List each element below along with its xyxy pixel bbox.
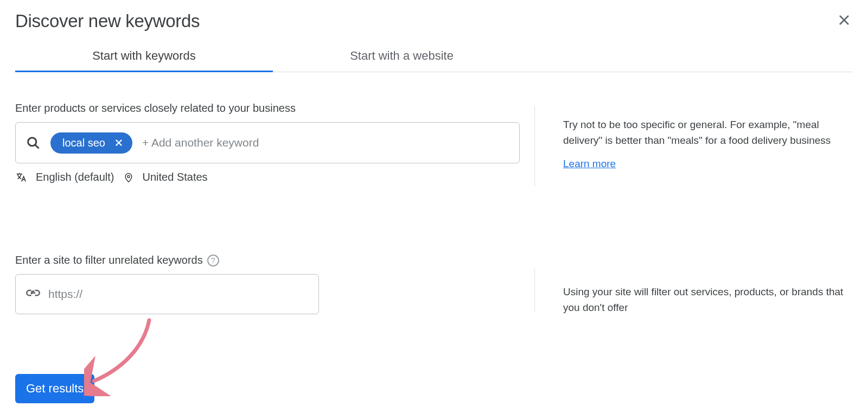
close-button[interactable] bbox=[835, 11, 853, 31]
learn-more-link[interactable]: Learn more bbox=[563, 158, 616, 170]
tab-keywords[interactable]: Start with keywords bbox=[15, 41, 273, 72]
location-pin-icon bbox=[123, 172, 134, 183]
location-selector[interactable]: United States bbox=[143, 171, 208, 183]
add-keyword-placeholder[interactable]: + Add another keyword bbox=[142, 136, 259, 149]
site-help-text: Using your site will filter out services… bbox=[563, 284, 853, 315]
get-results-button[interactable]: Get results bbox=[15, 374, 94, 403]
language-icon bbox=[15, 172, 27, 183]
keyword-chip[interactable]: local seo bbox=[50, 132, 132, 154]
search-icon bbox=[25, 135, 41, 150]
link-icon bbox=[25, 287, 41, 302]
tab-website[interactable]: Start with a website bbox=[273, 41, 531, 72]
tabs: Start with keywords Start with a website bbox=[15, 41, 853, 72]
svg-line-1 bbox=[35, 145, 39, 148]
help-icon[interactable]: ? bbox=[207, 255, 219, 266]
remove-chip-button[interactable] bbox=[113, 137, 125, 149]
language-selector[interactable]: English (default) bbox=[36, 171, 114, 183]
site-url-input[interactable] bbox=[48, 288, 309, 301]
page-title: Discover new keywords bbox=[15, 11, 200, 31]
svg-point-2 bbox=[127, 175, 129, 177]
keyword-help-text: Try not to be too specific or general. F… bbox=[563, 117, 853, 148]
close-icon bbox=[114, 138, 124, 148]
keyword-chip-label: local seo bbox=[62, 137, 105, 149]
site-field-label: Enter a site to filter unrelated keyword… bbox=[15, 254, 203, 266]
keyword-input-container[interactable]: local seo + Add another keyword bbox=[15, 122, 520, 163]
site-input-container[interactable] bbox=[15, 274, 319, 314]
close-icon bbox=[838, 14, 851, 27]
svg-point-0 bbox=[28, 138, 36, 146]
keyword-field-label: Enter products or services closely relat… bbox=[15, 102, 547, 115]
